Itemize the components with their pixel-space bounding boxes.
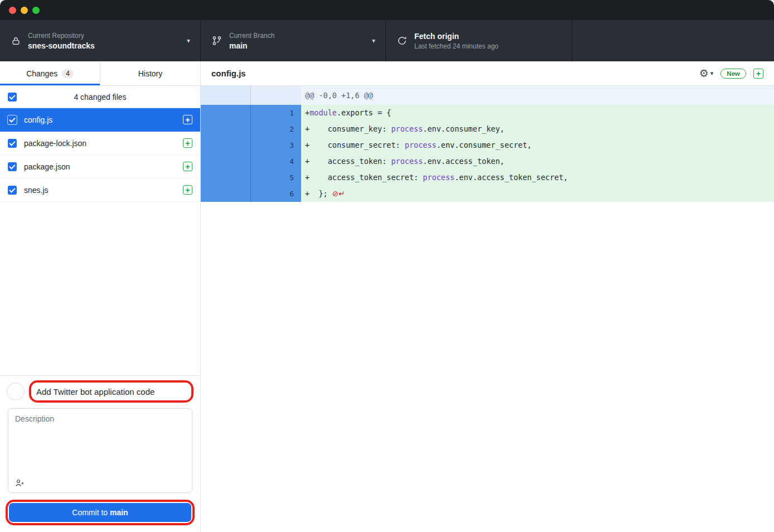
diff-line-gutter[interactable]: 4 bbox=[201, 153, 301, 170]
diff-header: config.js ⚙ ▾ New bbox=[201, 61, 774, 86]
tab-changes-label: Changes bbox=[26, 69, 57, 78]
file-row-config-js[interactable]: config.js bbox=[0, 108, 200, 132]
file-added-icon bbox=[183, 185, 192, 195]
diff-actions: ⚙ ▾ New bbox=[699, 68, 763, 79]
lock-icon bbox=[11, 36, 21, 46]
commit-description-box[interactable] bbox=[8, 408, 192, 493]
file-name: snes.js bbox=[24, 186, 176, 195]
code-text: + consumer_secret: bbox=[305, 141, 405, 149]
diff-line-gutter[interactable]: 5 bbox=[201, 170, 301, 186]
git-branch-icon bbox=[212, 36, 222, 46]
commit-button-label: Commit to bbox=[72, 508, 110, 517]
code-text: .exports = { bbox=[337, 108, 391, 117]
chevron-down-icon: ▾ bbox=[187, 37, 190, 45]
changes-sidebar: Changes 4 History 4 changed files config… bbox=[0, 61, 201, 532]
line-number: 2 bbox=[251, 121, 301, 137]
file-checkbox[interactable] bbox=[8, 139, 17, 148]
diff-line-gutter[interactable]: 3 bbox=[201, 137, 301, 153]
code-text: + access_token: bbox=[305, 157, 391, 166]
current-branch-name: main bbox=[229, 41, 274, 50]
file-added-icon bbox=[183, 115, 192, 124]
line-number: 6 bbox=[251, 186, 301, 202]
add-icon[interactable] bbox=[753, 69, 763, 79]
fetch-origin-button[interactable]: Fetch origin Last fetched 24 minutes ago bbox=[386, 20, 572, 61]
diff-line-code: + consumer_secret: process.env.consumer_… bbox=[301, 137, 774, 153]
diff-hunk-text: @@ -0,0 +1,6 @@ bbox=[301, 86, 774, 105]
diff-body: @@ -0,0 +1,6 @@ 1 +module.exports = { 2 … bbox=[201, 86, 774, 532]
diff-line-2: 2 + consumer_key: process.env.consumer_k… bbox=[201, 121, 774, 137]
annotation-highlight-commit-button: Commit to main bbox=[6, 500, 195, 525]
minimize-window-button[interactable] bbox=[21, 7, 28, 14]
changes-count-badge: 4 bbox=[62, 69, 74, 78]
add-coauthor-icon[interactable] bbox=[15, 478, 25, 488]
code-keyword: module bbox=[309, 108, 337, 117]
toolbar: Current Repository snes-soundtracks ▾ Cu… bbox=[0, 20, 774, 61]
diff-options-button[interactable]: ⚙ ▾ bbox=[699, 68, 714, 79]
diff-line-1: 1 +module.exports = { bbox=[201, 105, 774, 121]
commit-panel: Commit to main bbox=[0, 375, 200, 532]
diff-line-code: +module.exports = { bbox=[301, 105, 774, 121]
zoom-window-button[interactable] bbox=[32, 7, 40, 14]
file-added-icon bbox=[183, 162, 192, 171]
file-row-package-lock-json[interactable]: package-lock.json bbox=[0, 132, 200, 155]
no-newline-eof-icon: ⊘↵ bbox=[332, 189, 345, 198]
diff-line-gutter[interactable]: 6 bbox=[201, 186, 301, 202]
tab-history[interactable]: History bbox=[100, 61, 200, 85]
last-fetched-text: Last fetched 24 minutes ago bbox=[414, 42, 499, 50]
diff-line-gutter[interactable]: 1 bbox=[201, 105, 301, 121]
diff-line-code: + access_token_secret: process.env.acces… bbox=[301, 170, 774, 186]
diff-line-5: 5 + access_token_secret: process.env.acc… bbox=[201, 170, 774, 186]
code-text: .env.access_token_secret, bbox=[454, 173, 568, 182]
tab-changes[interactable]: Changes 4 bbox=[0, 61, 100, 85]
commit-summary-row bbox=[6, 380, 195, 403]
code-text: .env.access_token, bbox=[423, 157, 504, 166]
file-row-snes-js[interactable]: snes.js bbox=[0, 178, 200, 202]
diff-file-name: config.js bbox=[211, 69, 246, 78]
commit-summary-input[interactable] bbox=[32, 383, 191, 400]
diff-line-4: 4 + access_token: process.env.access_tok… bbox=[201, 153, 774, 170]
app-window: Current Repository snes-soundtracks ▾ Cu… bbox=[0, 0, 774, 532]
commit-description-input[interactable] bbox=[8, 409, 192, 473]
chevron-down-icon: ▾ bbox=[710, 70, 714, 77]
commit-button-branch-name: main bbox=[110, 508, 128, 517]
traffic-lights bbox=[9, 7, 40, 14]
current-repository-label: Current Repository bbox=[28, 32, 95, 40]
gear-icon: ⚙ bbox=[699, 68, 709, 79]
current-repository-selector[interactable]: Current Repository snes-soundtracks ▾ bbox=[0, 20, 201, 61]
code-keyword: process bbox=[423, 173, 454, 182]
code-text: + bbox=[305, 108, 309, 117]
fetch-origin-label: Fetch origin bbox=[414, 32, 499, 41]
code-keyword: process bbox=[391, 124, 423, 133]
file-added-icon bbox=[183, 138, 192, 148]
commit-button[interactable]: Commit to main bbox=[9, 503, 191, 522]
diff-line-code: + }; ⊘↵ bbox=[301, 186, 774, 202]
current-branch-selector[interactable]: Current Branch main ▾ bbox=[201, 20, 386, 61]
code-text: + access_token_secret: bbox=[305, 173, 423, 182]
code-text: + }; bbox=[305, 189, 332, 198]
diff-line-6: 6 + }; ⊘↵ bbox=[201, 186, 774, 202]
diff-line-code: + access_token: process.env.access_token… bbox=[301, 153, 774, 170]
code-text: .env.consumer_key, bbox=[423, 124, 504, 133]
chevron-down-icon: ▾ bbox=[372, 37, 375, 45]
code-text: .env.consumer_secret, bbox=[437, 141, 532, 149]
diff-hunk-header: @@ -0,0 +1,6 @@ bbox=[201, 86, 774, 105]
code-keyword: process bbox=[391, 157, 423, 166]
changed-files-count-label: 4 changed files bbox=[74, 93, 126, 101]
code-keyword: process bbox=[405, 141, 437, 149]
file-checkbox[interactable] bbox=[8, 115, 17, 124]
diff-line-3: 3 + consumer_secret: process.env.consume… bbox=[201, 137, 774, 153]
content-area: Changes 4 History 4 changed files config… bbox=[0, 61, 774, 532]
line-number: 3 bbox=[251, 137, 301, 153]
annotation-highlight-summary bbox=[29, 380, 194, 403]
avatar bbox=[7, 383, 25, 400]
new-file-badge: New bbox=[720, 69, 746, 79]
line-number: 5 bbox=[251, 170, 301, 186]
close-window-button[interactable] bbox=[9, 7, 16, 14]
select-all-checkbox[interactable] bbox=[8, 93, 17, 101]
code-text: + consumer_key: bbox=[305, 124, 391, 133]
file-row-package-json[interactable]: package.json bbox=[0, 155, 200, 178]
file-checkbox[interactable] bbox=[8, 162, 17, 171]
line-number: 1 bbox=[251, 105, 301, 121]
diff-line-gutter[interactable]: 2 bbox=[201, 121, 301, 137]
file-checkbox[interactable] bbox=[8, 186, 17, 195]
